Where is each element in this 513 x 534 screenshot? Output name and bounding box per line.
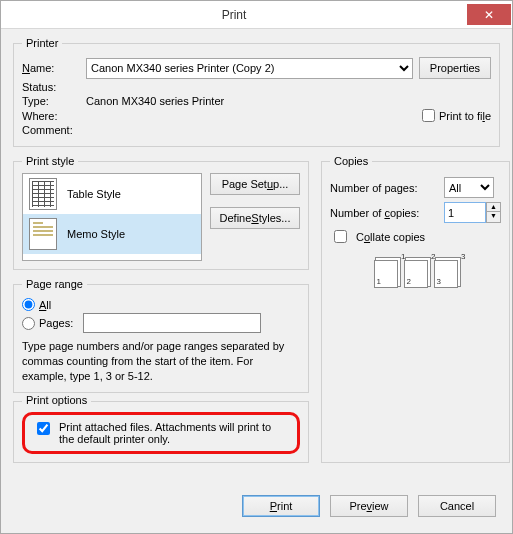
- style-item-memo[interactable]: Memo Style: [23, 214, 201, 254]
- table-style-icon: [29, 178, 57, 210]
- printer-type-label: Type:: [22, 95, 80, 107]
- printer-group: Printer Name: Canon MX340 series Printer…: [13, 37, 500, 147]
- print-options-legend: Print options: [22, 394, 91, 406]
- dialog-footer: Print Preview Cancel: [13, 493, 500, 521]
- page-range-all-radio[interactable]: [22, 298, 35, 311]
- page-range-all-label: All: [39, 299, 51, 311]
- collate-thumb-icon: [434, 260, 458, 288]
- page-range-legend: Page range: [22, 278, 87, 290]
- copies-group: Copies Number of pages: All Number of co…: [321, 155, 510, 463]
- page-range-hint: Type page numbers and/or page ranges sep…: [22, 339, 300, 384]
- print-attached-label: Print attached files. Attachments will p…: [59, 421, 289, 445]
- number-pages-select[interactable]: All: [444, 177, 494, 198]
- style-item-label: Memo Style: [67, 228, 125, 240]
- printer-name-select[interactable]: Canon MX340 series Printer (Copy 2): [86, 58, 413, 79]
- number-copies-input[interactable]: [444, 202, 486, 223]
- print-dialog: Print ✕ Printer Name: Canon MX340 series…: [0, 0, 513, 534]
- number-copies-label: Number of copies:: [330, 207, 438, 219]
- printer-type-value: Canon MX340 series Printer: [86, 95, 224, 107]
- preview-button[interactable]: Preview: [330, 495, 408, 517]
- style-item-label: Table Style: [67, 188, 121, 200]
- define-styles-button[interactable]: Define Styles...: [210, 207, 300, 229]
- print-style-legend: Print style: [22, 155, 78, 167]
- page-range-pages-label: Pages:: [39, 317, 79, 329]
- close-button[interactable]: ✕: [467, 4, 511, 25]
- properties-button[interactable]: Properties: [419, 57, 491, 79]
- titlebar: Print ✕: [1, 1, 512, 29]
- collate-label: Collate copies: [356, 231, 425, 243]
- print-to-file-checkbox[interactable]: Print to file: [422, 109, 491, 122]
- print-attached-checkbox[interactable]: [37, 422, 50, 435]
- collate-thumb-icon: [404, 260, 428, 288]
- copies-legend: Copies: [330, 155, 372, 167]
- spin-up-button[interactable]: ▲: [486, 202, 501, 212]
- printer-status-label: Status:: [22, 81, 80, 93]
- cancel-button[interactable]: Cancel: [418, 495, 496, 517]
- page-range-pages-input[interactable]: [83, 313, 261, 333]
- print-button[interactable]: Print: [242, 495, 320, 517]
- memo-style-icon: [29, 218, 57, 250]
- collate-preview: [330, 260, 501, 288]
- page-range-pages-radio[interactable]: [22, 317, 35, 330]
- print-style-group: Print style Table Style Memo Style: [13, 155, 309, 270]
- print-style-list[interactable]: Table Style Memo Style: [22, 173, 202, 261]
- highlight-box: Print attached files. Attachments will p…: [22, 412, 300, 454]
- page-range-group: Page range All Pages: Type page numbers …: [13, 278, 309, 393]
- printer-name-label: Name:: [22, 62, 80, 74]
- number-pages-label: Number of pages:: [330, 182, 438, 194]
- collate-thumb-icon: [374, 260, 398, 288]
- printer-where-label: Where:: [22, 110, 80, 122]
- print-to-file-input[interactable]: [422, 109, 435, 122]
- print-to-file-label: Print to file: [439, 110, 491, 122]
- style-item-table[interactable]: Table Style: [23, 174, 201, 214]
- close-icon: ✕: [484, 8, 494, 22]
- spin-down-button[interactable]: ▼: [486, 212, 501, 223]
- printer-comment-label: Comment:: [22, 124, 80, 136]
- collate-checkbox[interactable]: [334, 230, 347, 243]
- page-setup-button[interactable]: Page Setup...: [210, 173, 300, 195]
- window-title: Print: [1, 8, 467, 22]
- printer-legend: Printer: [22, 37, 62, 49]
- print-options-group: Print options Print attached files. Atta…: [13, 401, 309, 463]
